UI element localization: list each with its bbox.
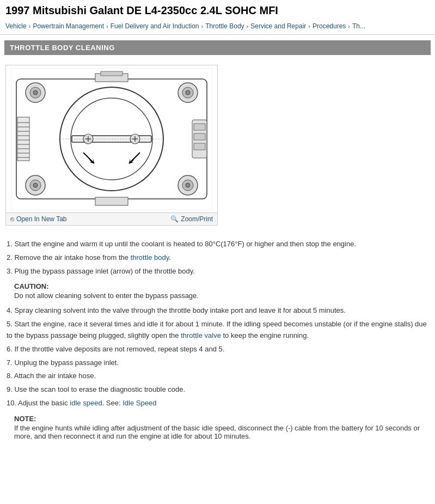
step-4-text: 4. Spray cleaning solvent into the valve… — [7, 306, 346, 314]
breadcrumb-sep-3: › — [201, 23, 204, 29]
steps-section-1: 1. Start the engine and warm it up until… — [5, 239, 430, 277]
breadcrumb-throttle-body[interactable]: Throttle Body — [205, 22, 244, 30]
breadcrumb-sep-2: › — [106, 23, 108, 29]
caution-label: CAUTION: — [14, 282, 430, 290]
zoom-print-label: Zoom/Print — [181, 215, 213, 223]
breadcrumb-sep-4: › — [247, 23, 249, 29]
step-8: 8. Attach the air intake hose. — [5, 371, 430, 382]
svg-rect-45 — [95, 197, 128, 205]
caution-box: CAUTION: Do not allow cleaning solvent t… — [14, 282, 430, 300]
breadcrumb-sep-6: › — [348, 23, 350, 29]
breadcrumb-fuel[interactable]: Fuel Delivery and Air Induction — [111, 22, 199, 30]
idle-speed-link-2[interactable]: Idle Speed — [122, 399, 156, 407]
svg-point-25 — [186, 90, 190, 95]
open-tab-label: Open In New Tab — [16, 215, 67, 223]
steps-section-2: 4. Spray cleaning solvent into the valve… — [5, 305, 430, 409]
breadcrumb-powertrain[interactable]: Powertrain Management — [33, 22, 104, 30]
idle-speed-link-1[interactable]: idle speed — [70, 399, 102, 407]
svg-point-22 — [33, 183, 38, 187]
note-label: NOTE: — [14, 415, 430, 423]
step-5: 5. Start the engine, race it several tim… — [5, 319, 430, 342]
step-4: 4. Spray cleaning solvent into the valve… — [5, 305, 430, 317]
page-title: 1997 Mitsubishi Galant DE L4-2350cc 2.4L… — [5, 4, 430, 17]
step-6-text: 6. If the throttle valve deposits are no… — [7, 345, 224, 353]
step-2-text-before: 2. Remove the air intake hose from the — [7, 253, 131, 262]
step-9: 9. Use the scan tool to erase the diagno… — [5, 384, 430, 396]
svg-rect-41 — [194, 133, 205, 140]
note-text: If the engine hunts while idling after a… — [14, 424, 430, 440]
svg-rect-40 — [194, 124, 205, 130]
image-toolbar: ⎋ Open In New Tab 🔍 Zoom/Print — [6, 212, 217, 225]
note-box: NOTE: If the engine hunts while idling a… — [14, 415, 430, 440]
breadcrumb-service[interactable]: Service and Repair — [250, 22, 306, 30]
section-header: THROTTLE BODY CLEANING — [4, 40, 431, 55]
throttle-body-image-container: ⎋ Open In New Tab 🔍 Zoom/Print — [5, 65, 218, 226]
step-6: 6. If the throttle valve deposits are no… — [5, 344, 430, 355]
step-5-text-after: to keep the engine running. — [221, 331, 309, 339]
step-7-text: 7. Unplug the bypass passage inlet. — [7, 359, 119, 367]
step-10-sep: . See: — [102, 399, 123, 407]
zoom-icon: 🔍 — [170, 215, 179, 223]
main-content: ⎋ Open In New Tab 🔍 Zoom/Print 1. Start … — [0, 60, 435, 457]
page-header: 1997 Mitsubishi Galant DE L4-2350cc 2.4L… — [0, 0, 435, 35]
step-1: 1. Start the engine and warm it up until… — [5, 239, 430, 250]
step-9-text: 9. Use the scan tool to erase the diagno… — [7, 385, 185, 393]
throttle-body-link-1[interactable]: throttle body — [131, 253, 169, 262]
throttle-body-image — [6, 65, 217, 212]
step-2-text-after: . — [169, 253, 171, 262]
step-3: 3. Plug the bypass passage inlet (arrow)… — [5, 266, 430, 277]
step-8-text: 8. Attach the air intake hose. — [7, 372, 96, 380]
step-1-text: 1. Start the engine and warm it up until… — [7, 240, 356, 248]
svg-rect-29 — [17, 117, 29, 161]
breadcrumb-procedures[interactable]: Procedures — [313, 22, 346, 30]
svg-rect-42 — [194, 143, 205, 150]
svg-rect-44 — [101, 71, 122, 76]
throttle-valve-link[interactable]: throttle valve — [181, 331, 221, 339]
breadcrumb-vehicle[interactable]: Vehicle — [5, 22, 27, 30]
breadcrumb-sep-1: › — [29, 23, 31, 29]
caution-text: Do not allow cleaning solvent to enter t… — [14, 292, 430, 300]
svg-point-19 — [33, 90, 38, 95]
throttle-body-svg — [11, 68, 212, 210]
step-10-text-before: 10. Adjust the basic — [7, 399, 70, 407]
step-7: 7. Unplug the bypass passage inlet. — [5, 357, 430, 369]
step-2: 2. Remove the air intake hose from the t… — [5, 252, 430, 264]
open-tab-icon: ⎋ — [10, 215, 14, 223]
breadcrumb-current: Th... — [352, 22, 365, 30]
breadcrumb-sep-5: › — [308, 23, 310, 29]
breadcrumb: Vehicle › Powertrain Management › Fuel D… — [5, 20, 430, 32]
step-3-text: 3. Plug the bypass passage inlet (arrow)… — [7, 267, 195, 275]
open-in-new-tab-link[interactable]: ⎋ Open In New Tab — [10, 215, 67, 223]
step-10: 10. Adjust the basic idle speed. See: Id… — [5, 398, 430, 409]
svg-point-28 — [186, 183, 190, 187]
zoom-print-link[interactable]: 🔍 Zoom/Print — [170, 215, 213, 223]
